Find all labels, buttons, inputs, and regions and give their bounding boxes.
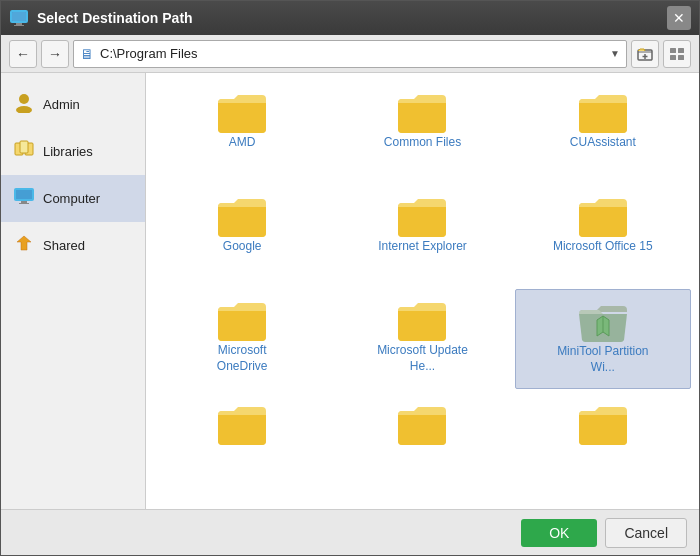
svg-rect-2 <box>12 12 26 21</box>
view-button[interactable] <box>663 40 691 68</box>
folder-icon-cuassistant <box>577 91 629 135</box>
sidebar-item-computer[interactable]: Computer <box>1 175 145 222</box>
svg-rect-11 <box>678 55 684 60</box>
shared-icon <box>13 232 35 259</box>
computer-icon <box>13 185 35 212</box>
file-item-microsoft-office[interactable]: Microsoft Office 15 <box>515 185 691 285</box>
file-label-microsoft-office: Microsoft Office 15 <box>553 239 653 255</box>
folder-icon-minitool <box>577 300 629 344</box>
folder-icon-microsoft-update <box>396 299 448 343</box>
file-grid-container[interactable]: AMD Common Files <box>146 73 699 509</box>
sidebar-label-admin: Admin <box>43 97 80 112</box>
address-dropdown-icon[interactable]: ▼ <box>610 48 620 59</box>
file-grid: AMD Common Files <box>154 81 691 493</box>
folder-icon-12 <box>577 403 629 447</box>
forward-button[interactable]: → <box>41 40 69 68</box>
sidebar: Admin Libraries <box>1 73 146 509</box>
sidebar-item-libraries[interactable]: Libraries <box>1 128 145 175</box>
svg-rect-19 <box>16 190 32 199</box>
address-text: C:\Program Files <box>100 46 604 61</box>
svg-rect-16 <box>20 141 28 153</box>
svg-rect-20 <box>21 201 27 203</box>
svg-rect-8 <box>670 48 676 53</box>
svg-rect-3 <box>16 23 22 25</box>
svg-rect-10 <box>670 55 676 60</box>
bottom-bar: OK Cancel <box>1 509 699 555</box>
folder-icon-10 <box>216 403 268 447</box>
file-label-google: Google <box>223 239 262 255</box>
new-folder-icon <box>637 46 653 62</box>
svg-rect-4 <box>14 25 24 26</box>
file-label-microsoft-update: Microsoft Update He... <box>372 343 472 374</box>
file-item-microsoft-onedrive[interactable]: Microsoft OneDrive <box>154 289 330 389</box>
file-label-common-files: Common Files <box>384 135 461 151</box>
svg-rect-9 <box>678 48 684 53</box>
file-label-amd: AMD <box>229 135 256 151</box>
new-folder-button[interactable] <box>631 40 659 68</box>
file-item-minitool[interactable]: MiniTool Partition Wi... <box>515 289 691 389</box>
folder-icon-amd <box>216 91 268 135</box>
file-item-internet-explorer[interactable]: Internet Explorer <box>334 185 510 285</box>
view-icon <box>669 46 685 62</box>
sidebar-label-libraries: Libraries <box>43 144 93 159</box>
file-label-microsoft-onedrive: Microsoft OneDrive <box>192 343 292 374</box>
svg-point-12 <box>19 94 29 104</box>
file-item-folder12[interactable] <box>515 393 691 493</box>
dialog-icon <box>9 8 29 28</box>
file-item-folder10[interactable] <box>154 393 330 493</box>
file-item-google[interactable]: Google <box>154 185 330 285</box>
file-label-internet-explorer: Internet Explorer <box>378 239 467 255</box>
folder-icon-microsoft-office <box>577 195 629 239</box>
back-button[interactable]: ← <box>9 40 37 68</box>
file-item-amd[interactable]: AMD <box>154 81 330 181</box>
dialog-title: Select Destination Path <box>37 10 193 26</box>
file-label-cuassistant: CUAssistant <box>570 135 636 151</box>
svg-rect-21 <box>19 203 29 204</box>
libraries-icon <box>13 138 35 165</box>
title-bar-left: Select Destination Path <box>9 8 193 28</box>
file-item-common-files[interactable]: Common Files <box>334 81 510 181</box>
file-label-minitool: MiniTool Partition Wi... <box>553 344 653 375</box>
folder-icon-internet-explorer <box>396 195 448 239</box>
cancel-button[interactable]: Cancel <box>605 518 687 548</box>
ok-button[interactable]: OK <box>521 519 597 547</box>
sidebar-label-shared: Shared <box>43 238 85 253</box>
file-item-folder11[interactable] <box>334 393 510 493</box>
folder-icon-11 <box>396 403 448 447</box>
sidebar-item-admin[interactable]: Admin <box>1 81 145 128</box>
sidebar-label-computer: Computer <box>43 191 100 206</box>
sidebar-item-shared[interactable]: Shared <box>1 222 145 269</box>
close-button[interactable]: ✕ <box>667 6 691 30</box>
main-content: Admin Libraries <box>1 73 699 509</box>
file-item-microsoft-update[interactable]: Microsoft Update He... <box>334 289 510 389</box>
folder-icon-microsoft-onedrive <box>216 299 268 343</box>
admin-icon <box>13 91 35 118</box>
file-item-cuassistant[interactable]: CUAssistant <box>515 81 691 181</box>
address-icon: 🖥 <box>80 46 94 62</box>
dialog: Select Destination Path ✕ ← → 🖥 C:\Progr… <box>0 0 700 556</box>
svg-point-13 <box>16 106 32 113</box>
folder-icon-common-files <box>396 91 448 135</box>
title-bar: Select Destination Path ✕ <box>1 1 699 35</box>
toolbar: ← → 🖥 C:\Program Files ▼ <box>1 35 699 73</box>
address-bar[interactable]: 🖥 C:\Program Files ▼ <box>73 40 627 68</box>
folder-icon-google <box>216 195 268 239</box>
